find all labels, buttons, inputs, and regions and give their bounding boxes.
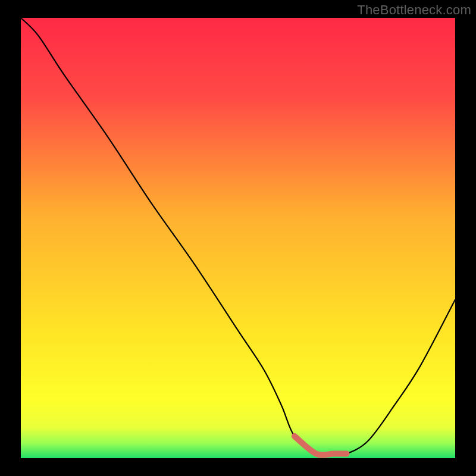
- chart-container: TheBottleneck.com: [0, 0, 476, 476]
- gradient-background: [21, 18, 455, 458]
- plot-area: [21, 18, 455, 458]
- watermark-text: TheBottleneck.com: [357, 2, 471, 18]
- bottleneck-chart: [21, 18, 455, 458]
